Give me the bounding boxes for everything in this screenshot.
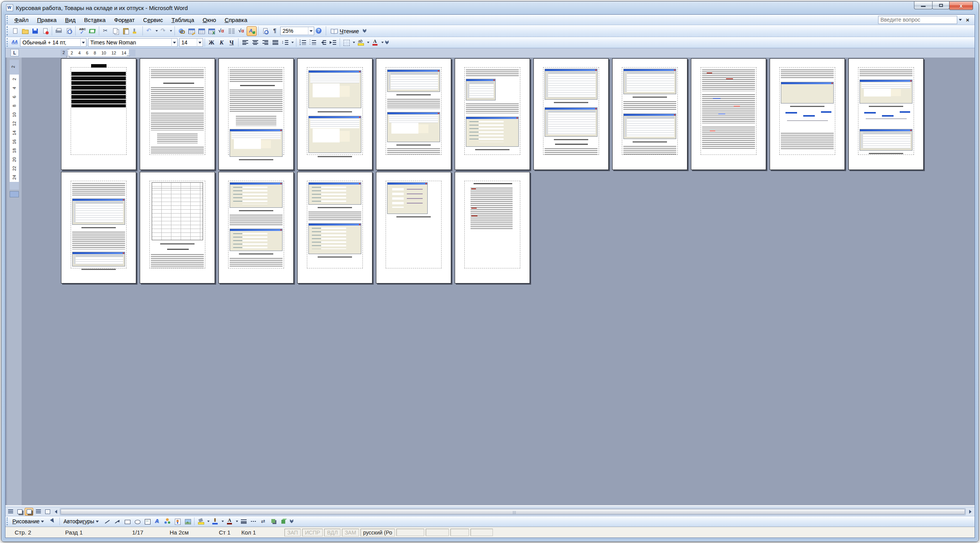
line-color-dropdown-icon[interactable] xyxy=(220,517,225,526)
line-color-button[interactable] xyxy=(210,517,220,526)
3d-style-button[interactable] xyxy=(279,517,289,526)
oval-button[interactable] xyxy=(132,517,142,526)
redo-dropdown-icon[interactable] xyxy=(169,27,173,35)
menu-insert[interactable]: Вставка xyxy=(80,15,110,24)
paste-button[interactable] xyxy=(121,26,131,36)
bold-button[interactable]: Ж xyxy=(206,38,217,48)
print-preview-button[interactable] xyxy=(64,26,74,36)
horizontal-scrollbar[interactable] xyxy=(60,508,966,515)
styles-and-formatting-button[interactable] xyxy=(10,38,20,48)
menu-edit[interactable]: Правка xyxy=(33,15,61,24)
clip-art-button[interactable] xyxy=(173,517,183,526)
zoom-dropdown-icon[interactable] xyxy=(308,27,314,35)
read-mode-button[interactable]: Чтение xyxy=(328,26,362,36)
shadow-style-button[interactable] xyxy=(269,517,279,526)
equation-button[interactable] xyxy=(217,26,227,36)
page-thumbnail[interactable] xyxy=(848,58,924,170)
open-button[interactable] xyxy=(20,26,30,36)
page-thumbnail[interactable] xyxy=(218,58,294,170)
numbered-list-button[interactable] xyxy=(298,38,308,48)
status-mode-track[interactable]: ИСПР xyxy=(302,529,323,536)
menu-format[interactable]: Формат xyxy=(110,15,139,24)
line-button[interactable] xyxy=(102,517,112,526)
web-layout-view-button[interactable] xyxy=(15,508,24,516)
font-color-dropdown-icon[interactable] xyxy=(380,38,384,47)
menu-file[interactable]: ФФайлайл xyxy=(10,15,33,24)
page-thumbnail[interactable] xyxy=(140,172,215,283)
maximize-button[interactable] xyxy=(932,2,950,9)
font-combo[interactable]: Times New Roman xyxy=(88,38,178,47)
arrow-button[interactable] xyxy=(112,517,122,526)
text-box-button[interactable] xyxy=(142,517,152,526)
menu-view[interactable]: Вид xyxy=(61,15,80,24)
insert-hyperlink-button[interactable] xyxy=(176,26,186,36)
format-painter-button[interactable] xyxy=(131,26,141,36)
page-thumbnail[interactable] xyxy=(297,58,372,170)
toolbar-grip[interactable] xyxy=(7,38,8,47)
page-thumbnail[interactable] xyxy=(376,58,451,170)
ask-question-input[interactable] xyxy=(878,16,957,24)
arrow-style-button[interactable] xyxy=(259,517,269,526)
menu-window[interactable]: Окно xyxy=(198,15,220,24)
fill-color-dropdown-icon[interactable] xyxy=(206,517,210,526)
page-thumbnail[interactable] xyxy=(61,58,136,170)
status-mode-overtype[interactable]: ЗАМ xyxy=(342,529,359,536)
autoshapes-menu-button[interactable]: Автофигуры xyxy=(61,517,103,526)
outside-border-button[interactable] xyxy=(342,38,352,48)
increase-indent-button[interactable] xyxy=(328,38,338,48)
menubar-close-icon[interactable]: × xyxy=(963,17,972,23)
print-layout-view-button[interactable] xyxy=(25,508,33,516)
drawing-button[interactable] xyxy=(247,26,257,36)
page-thumbnail[interactable] xyxy=(612,58,687,170)
close-button[interactable]: x xyxy=(949,2,973,10)
ruler-margin-handle[interactable] xyxy=(10,191,19,197)
menu-help[interactable]: Справка xyxy=(220,15,252,24)
zoom-combo[interactable]: 25% xyxy=(280,27,314,35)
font-color-button[interactable] xyxy=(370,38,380,48)
new-document-button[interactable] xyxy=(10,26,20,36)
toolbar-options-icon[interactable] xyxy=(362,25,367,37)
scroll-left-icon[interactable] xyxy=(52,508,59,515)
toolbar-options-icon[interactable] xyxy=(289,516,294,526)
page-thumbnail[interactable] xyxy=(61,172,136,283)
page-thumbnail[interactable] xyxy=(691,58,766,170)
font-color-dropdown-icon[interactable] xyxy=(235,517,239,526)
equation-editor-button[interactable] xyxy=(237,26,247,36)
horizontal-scrollbar-thumb[interactable] xyxy=(61,509,965,514)
spelling-button[interactable] xyxy=(77,26,87,36)
select-objects-button[interactable] xyxy=(48,517,58,526)
italic-button[interactable]: К xyxy=(217,38,227,48)
vertical-ruler[interactable]: 2 2 4 6 8 10 12 14 16 18 20 22 24 xyxy=(7,58,22,505)
status-language[interactable]: русский (Ро xyxy=(361,529,395,536)
font-size-dropdown-icon[interactable] xyxy=(197,39,203,47)
redo-button[interactable] xyxy=(159,26,169,36)
diagram-button[interactable] xyxy=(162,517,173,526)
justify-button[interactable] xyxy=(270,38,280,48)
save-button[interactable] xyxy=(30,26,40,36)
line-spacing-button[interactable] xyxy=(280,38,290,48)
ask-question-dropdown-icon[interactable] xyxy=(957,16,963,24)
undo-button[interactable] xyxy=(144,26,154,36)
help-button[interactable] xyxy=(314,26,324,36)
border-dropdown-icon[interactable] xyxy=(352,38,356,47)
toolbar-options-icon[interactable] xyxy=(384,37,389,48)
normal-view-button[interactable] xyxy=(6,508,15,516)
tab-selector[interactable]: L xyxy=(10,49,19,56)
copy-button[interactable] xyxy=(111,26,121,36)
status-mode-record[interactable]: ЗАП xyxy=(284,529,301,536)
toolbar-grip[interactable] xyxy=(7,16,8,24)
line-style-button[interactable] xyxy=(239,517,249,526)
title-bar[interactable]: Курсовая работа, Товары на складе и их о… xyxy=(2,2,978,14)
scroll-right-icon[interactable] xyxy=(967,508,974,515)
page-thumbnail[interactable] xyxy=(218,172,294,283)
insert-table-button[interactable] xyxy=(196,26,206,36)
menu-table[interactable]: Таблица xyxy=(167,15,198,24)
document-map-button[interactable] xyxy=(260,26,270,36)
columns-button[interactable] xyxy=(227,26,237,36)
fill-color-button[interactable] xyxy=(196,517,206,526)
underline-button[interactable]: Ч xyxy=(227,38,237,48)
draw-menu-button[interactable]: Рисование xyxy=(10,517,48,526)
style-dropdown-icon[interactable] xyxy=(80,39,86,47)
decrease-indent-button[interactable] xyxy=(318,38,328,48)
insert-picture-button[interactable] xyxy=(183,517,193,526)
